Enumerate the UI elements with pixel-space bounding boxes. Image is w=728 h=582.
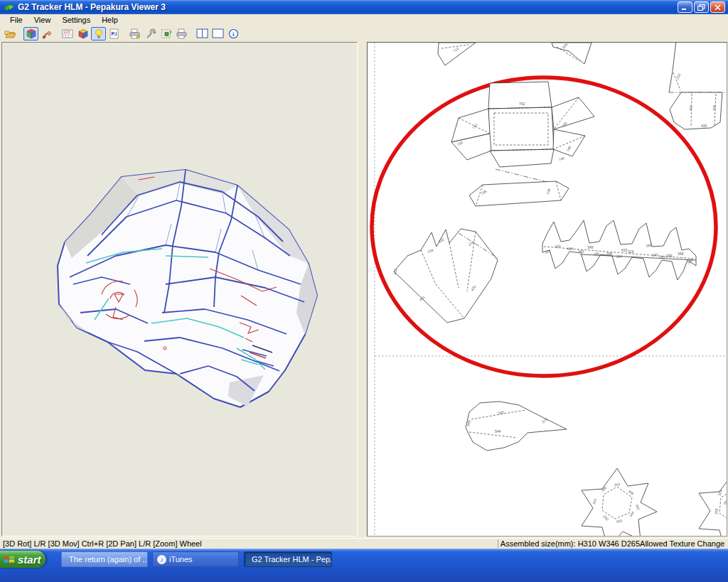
light-toggle-icon[interactable] xyxy=(91,27,106,41)
pattern-edge-number: 740 xyxy=(558,156,565,162)
pattern-edge-number: 544 xyxy=(495,429,501,433)
minimize-button[interactable] xyxy=(678,1,692,13)
assembled-size: Assembled size(mm): H310 W346 D265 xyxy=(500,539,640,548)
title-bar[interactable]: G2 Tracker HLM - Pepakura Viewer 3 xyxy=(0,0,728,14)
pattern-edge-number: 437 xyxy=(688,104,693,111)
pattern-edge-number: 615 xyxy=(621,248,628,252)
taskbar-button-pepakura[interactable]: G2 Tracker HLM - Pep... xyxy=(244,551,332,567)
pattern-edge-number: 299 xyxy=(666,254,673,258)
start-label: start xyxy=(18,554,41,566)
pattern-edge-number: 349 xyxy=(587,245,594,249)
restore-button[interactable] xyxy=(694,1,709,13)
svg-text:P.i: P.i xyxy=(112,31,117,36)
window-controls xyxy=(678,1,725,13)
print-setup-icon[interactable] xyxy=(127,27,142,41)
close-button[interactable] xyxy=(710,1,725,13)
clean-up-brush-icon[interactable] xyxy=(39,27,54,41)
pattern-piece-top-right xyxy=(669,43,727,129)
menu-view[interactable]: View xyxy=(28,15,57,25)
pattern-piece-top-middle xyxy=(552,43,592,64)
pattern-edge-number: 319 xyxy=(628,249,634,254)
taskbar-button-browser[interactable]: The return (again) of ... xyxy=(61,551,148,567)
pattern-edge-number: 394 xyxy=(616,254,623,259)
settings-wrench-icon[interactable] xyxy=(143,27,158,41)
desktop: { "window": { "title": "G2 Tracker HLM -… xyxy=(0,0,728,582)
pattern-edge-number: 347 xyxy=(652,253,658,257)
pattern-edge-number: 343 xyxy=(578,249,584,254)
close-icon xyxy=(714,4,721,11)
status-bar: [3D Rot] L/R [3D Mov] Ctrl+R [2D Pan] L/… xyxy=(0,538,728,549)
pattern-edge-number: 253 xyxy=(675,72,681,80)
taskbar: start The return (again) of ... ♪ iTunes… xyxy=(0,549,728,582)
menu-bar: File View Settings Help xyxy=(0,14,728,26)
pattern-edge-number: 344 xyxy=(606,252,613,256)
mouse-hints: [3D Rot] L/R [3D Mov] Ctrl+R [2D Pan] L/… xyxy=(3,539,202,548)
pattern-edge-number: 742 xyxy=(519,102,525,106)
pattern-piece-box xyxy=(451,82,594,206)
taskbar-button-label: iTunes xyxy=(169,555,193,564)
pattern-edge-number: 430 xyxy=(701,124,707,128)
menu-file[interactable]: File xyxy=(4,15,28,25)
scale-check-icon[interactable]: 123 xyxy=(60,27,75,41)
2d-pattern-pane[interactable]: 7109362534374364307427417507357407467387… xyxy=(367,42,727,537)
taskbar-button-label: The return (again) of ... xyxy=(69,555,148,564)
workspace: 7109362534374364307427417507357407467387… xyxy=(0,41,728,538)
start-button[interactable]: start xyxy=(0,551,46,568)
menu-help[interactable]: Help xyxy=(96,15,124,25)
pattern-edge-number: 841 xyxy=(555,244,561,249)
two-pane-layout-icon[interactable] xyxy=(195,27,210,41)
itunes-icon: ♪ xyxy=(157,555,166,564)
menu-settings[interactable]: Settings xyxy=(56,15,96,25)
pattern-piece-top-left xyxy=(438,43,476,65)
pattern-piece-teardrop xyxy=(466,402,567,451)
pan-tool-icon[interactable] xyxy=(159,27,173,41)
window-title: G2 Tracker HLM - Pepakura Viewer 3 xyxy=(18,2,678,12)
pattern-piece-left-angular xyxy=(394,229,498,323)
helmet-3d-model xyxy=(2,43,357,536)
open-folder-icon[interactable] xyxy=(3,27,18,41)
pepakura-app-icon xyxy=(4,2,14,12)
restore-icon xyxy=(697,4,705,11)
pattern-edge-number: 263 xyxy=(714,508,719,514)
pattern-layout: 7109362534374364307427417507357407467387… xyxy=(368,43,727,536)
toolbar: 123 P.i i xyxy=(0,26,728,41)
pattern-piece-zigzag-strip xyxy=(542,220,696,280)
pattern-edge-number: 283 xyxy=(659,255,665,259)
texture-view-icon[interactable] xyxy=(23,27,38,41)
svg-text:123: 123 xyxy=(63,30,70,34)
model-info: Assembled size(mm): H310 W346 D265Allowe… xyxy=(498,539,727,548)
taskbar-button-label: G2 Tracker HLM - Pep... xyxy=(252,555,332,564)
about-info-icon[interactable]: i xyxy=(226,27,241,41)
taskbar-button-itunes[interactable]: ♪ iTunes xyxy=(152,551,239,567)
pattern-edge-number: 866 xyxy=(567,246,574,251)
texture-state: Allowed Texture Change xyxy=(640,539,724,548)
pattern-edge-number: 348 xyxy=(678,252,684,256)
part-info-icon[interactable]: P.i xyxy=(107,27,122,41)
print-icon[interactable] xyxy=(174,27,189,41)
minimize-icon xyxy=(681,4,689,11)
pattern-edge-number: 343 xyxy=(614,482,621,487)
pattern-edge-number: 436 xyxy=(712,104,716,111)
solid-view-icon[interactable] xyxy=(75,27,90,41)
single-pane-layout-icon[interactable] xyxy=(210,27,225,41)
3d-view-pane[interactable] xyxy=(1,42,358,537)
pattern-edge-number: 385 xyxy=(593,252,599,257)
windows-flag-icon xyxy=(4,554,15,564)
